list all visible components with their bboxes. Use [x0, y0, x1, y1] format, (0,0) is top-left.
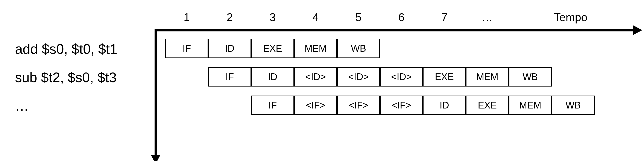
time-axis-horizontal	[154, 29, 633, 31]
stage-cell: IF	[165, 39, 208, 58]
stage-cell: EXE	[466, 96, 509, 115]
cycle-label-2: 2	[208, 11, 251, 24]
cycle-label-1: 1	[165, 11, 208, 24]
time-axis-label: Tempo	[554, 11, 587, 24]
stage-cell: EXE	[423, 67, 466, 87]
stage-cell: EXE	[251, 39, 294, 58]
stage-cell: <IF>	[380, 96, 423, 115]
instruction-3: …	[15, 98, 29, 114]
cycle-label-8: …	[466, 11, 509, 24]
stage-cell: MEM	[294, 39, 337, 58]
instruction-axis-arrow	[151, 155, 160, 161]
stage-cell: MEM	[509, 96, 552, 115]
stage-cell: <IF>	[337, 96, 380, 115]
cycle-label-5: 5	[337, 11, 380, 24]
instruction-axis-vertical	[154, 29, 157, 155]
stage-cell: WB	[552, 96, 595, 115]
stage-cell: <ID>	[337, 67, 380, 87]
cycle-label-7: 7	[423, 11, 466, 24]
stage-cell: WB	[337, 39, 380, 58]
time-axis-arrow	[633, 25, 642, 35]
stage-cell: <ID>	[380, 67, 423, 87]
stage-cell: <IF>	[294, 96, 337, 115]
stage-cell: ID	[423, 96, 466, 115]
instruction-2: sub $t2, $s0, $t3	[15, 69, 116, 86]
instruction-1: add $s0, $t0, $t1	[15, 41, 118, 57]
stage-cell: IF	[208, 67, 251, 87]
stage-cell: ID	[251, 67, 294, 87]
cycle-label-6: 6	[380, 11, 423, 24]
cycle-label-4: 4	[294, 11, 337, 24]
stage-cell: ID	[208, 39, 251, 58]
stage-cell: MEM	[466, 67, 509, 87]
stage-cell: WB	[509, 67, 552, 87]
stage-cell: <ID>	[294, 67, 337, 87]
cycle-label-3: 3	[251, 11, 294, 24]
stage-cell: IF	[251, 96, 294, 115]
